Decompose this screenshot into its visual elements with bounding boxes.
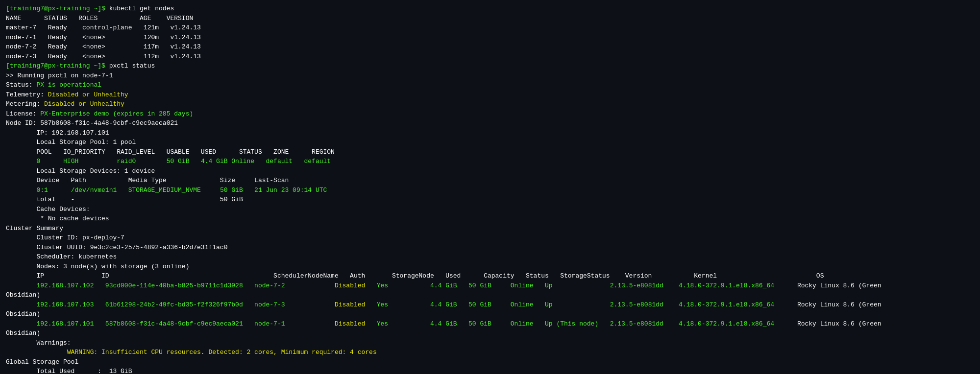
total-row: total - 50 GiB [6,196,243,203]
pool-header: POOL IO_PRIORITY RAID_LEVEL USABLE USED … [6,148,335,156]
terminal-content: [training7@px-training ~]$ kubectl get n… [6,4,974,374]
scheduler: Scheduler: kubernetes [6,253,117,260]
prompt-1: [training7@px-training ~]$ [6,5,105,12]
cluster-id: Cluster ID: px-deploy-7 [6,234,124,241]
local-pool-label: Local Storage Pool: 1 pool [6,139,136,146]
cluster-row-2-cont: Obsidian) [6,310,40,318]
warnings-label: Warnings: [6,339,71,347]
ip-line: IP: 192.168.107.101 [6,129,109,137]
cluster-table-header: IP ID SchedulerNodeName Auth StorageNode… [6,272,824,280]
device-header: Device Path Media Type Size Last-Scan [6,177,289,184]
cluster-summary-label: Cluster Summary [6,225,63,232]
cluster-row-1-cont: Obsidian) [6,291,40,299]
pool-row: 0 HIGH raid0 50 GiB 4.4 GiB Online defau… [6,158,331,165]
row-node73: node-7-3 Ready <none> 112m v1.24.13 [6,53,201,60]
cmd-1: kubectl get nodes [105,5,174,12]
cmd-2: pxctl status [105,62,155,70]
terminal-window: [training7@px-training ~]$ kubectl get n… [6,4,974,374]
status-line: Status: PX is operational [6,81,101,89]
device-row: 0:1 /dev/nvme1n1 STORAGE_MEDIUM_NVME 50 … [6,187,327,194]
prompt-2: [training7@px-training ~]$ [6,62,105,70]
warning-text: WARNING: Insufficient CPU resources. Det… [6,349,377,356]
row-node72: node-7-2 Ready <none> 117m v1.24.13 [6,43,201,50]
no-cache: * No cache devices [6,215,109,222]
node-id-line: Node ID: 587b8608-f31c-4a48-9cbf-c9ec9ae… [6,119,178,127]
row-node71: node-7-1 Ready <none> 120m v1.24.13 [6,34,201,41]
total-used: Total Used : 13 GiB [6,368,132,374]
metering-line: Metering: Disabled or Unhealthy [6,100,124,108]
cluster-row-1: 192.168.107.102 93cd000e-114e-40ba-b825-… [6,282,882,289]
telemetry-line: Telemetry: Disabled or Unhealthy [6,91,128,98]
header-1: NAME STATUS ROLES AGE VERSION [6,15,193,22]
running-text: >> Running pxctl on node-7-1 [6,72,113,79]
license-line: License: PX-Enterprise demo (expires in … [6,110,193,117]
global-pool-label: Global Storage Pool [6,358,78,366]
cluster-uuid: Cluster UUID: 9e3c2ce3-2575-4892-a336-b2… [6,244,227,251]
nodes-count: Nodes: 3 node(s) with storage (3 online) [6,263,189,270]
cluster-row-3-cont: Obsidian) [6,329,40,337]
local-devices-label: Local Storage Devices: 1 device [6,167,155,175]
row-master: master-7 Ready control-plane 121m v1.24.… [6,24,201,31]
cache-label: Cache Devices: [6,206,90,213]
cluster-row-3: 192.168.107.101 587b8608-f31c-4a48-9cbf-… [6,320,882,327]
cluster-row-2: 192.168.107.103 61b61298-24b2-49fc-bd35-… [6,301,882,308]
